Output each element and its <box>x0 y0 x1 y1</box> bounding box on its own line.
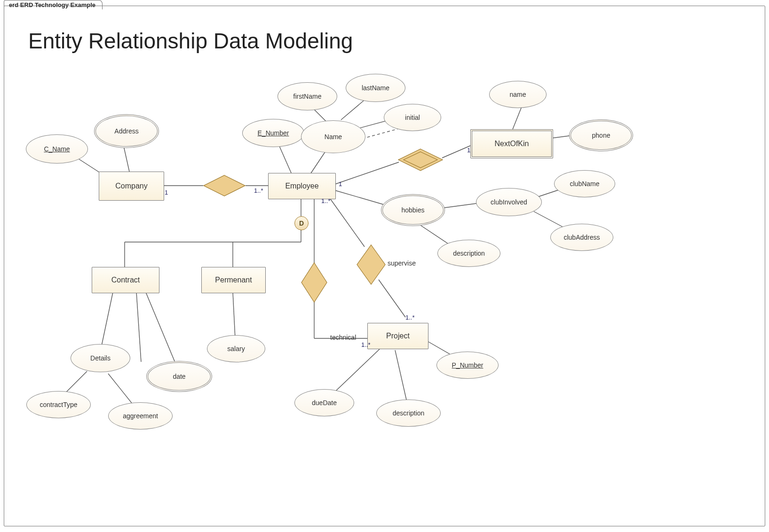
entity-permanent[interactable]: Permenant <box>201 267 266 293</box>
attr-name-composite[interactable]: Name <box>301 120 365 153</box>
attr-p-number[interactable]: P_Number <box>436 352 499 379</box>
entity-project[interactable]: Project <box>367 323 428 349</box>
attr-address[interactable]: Address <box>94 114 159 148</box>
attr-aggreement[interactable]: aggreement <box>108 402 173 430</box>
card-nok: 1 <box>467 147 470 154</box>
attr-last-name[interactable]: lastName <box>346 74 405 102</box>
relationship-supervise[interactable] <box>357 244 386 285</box>
svg-marker-38 <box>204 175 245 196</box>
svg-marker-41 <box>301 263 327 302</box>
relationship-employee-nok[interactable] <box>398 149 443 171</box>
disjoint-indicator[interactable]: D <box>294 216 309 230</box>
attr-proj-description[interactable]: description <box>376 399 441 427</box>
attr-hobbies[interactable]: hobbies <box>381 194 445 226</box>
card-project-technical: 1..* <box>361 341 371 348</box>
card-employee-company: 1..* <box>254 187 263 194</box>
card-project-supervise: 1..* <box>405 314 415 321</box>
attr-nok-name[interactable]: name <box>489 81 547 108</box>
attr-salary[interactable]: salary <box>207 335 265 362</box>
card-company: 1 <box>165 189 168 196</box>
attr-club-involved[interactable]: clubInvolved <box>476 188 542 216</box>
entity-employee[interactable]: Employee <box>268 173 336 199</box>
entity-next-of-kin[interactable]: NextOfKin <box>470 129 553 158</box>
relationship-company-employee[interactable] <box>203 175 246 196</box>
svg-marker-42 <box>357 245 385 284</box>
attr-club-address[interactable]: clubAddress <box>550 224 613 251</box>
attr-e-number[interactable]: E_Number <box>242 119 304 147</box>
card-employee-project: 1..* <box>321 197 331 204</box>
attr-date[interactable]: date <box>146 361 212 392</box>
card-employee-nok: 1 <box>339 180 342 188</box>
entity-company[interactable]: Company <box>99 172 164 201</box>
attr-contract-type[interactable]: contractType <box>26 391 91 418</box>
attr-emp-description[interactable]: description <box>437 240 500 267</box>
attr-club-name[interactable]: clubName <box>554 170 615 197</box>
attr-details[interactable]: Details <box>71 344 130 372</box>
attr-due-date[interactable]: dueDate <box>294 389 354 416</box>
attr-first-name[interactable]: firstName <box>277 82 337 110</box>
relationship-technical[interactable] <box>301 262 327 303</box>
attr-nok-phone[interactable]: phone <box>569 119 633 151</box>
svg-marker-39 <box>398 149 443 171</box>
attr-c-name[interactable]: C_Name <box>26 134 88 164</box>
attr-initial[interactable]: initial <box>384 104 441 131</box>
page-title: Entity Relationship Data Modeling <box>28 28 353 54</box>
rel-label-supervise: supervise <box>388 259 416 267</box>
entity-contract[interactable]: Contract <box>92 267 159 293</box>
rel-label-technical: technical <box>330 334 356 341</box>
